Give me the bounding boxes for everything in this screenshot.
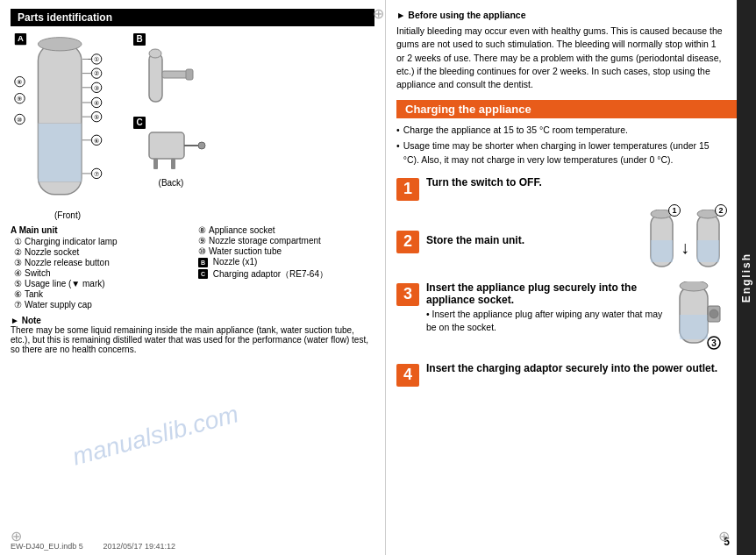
note-title: ► Note xyxy=(11,316,374,325)
svg-text:⑩: ⑩ xyxy=(17,117,22,123)
step-4-title: Insert the charging adaptor securely int… xyxy=(426,362,724,374)
arrow-icon: ↓ xyxy=(681,210,689,273)
step-4-number: 4 xyxy=(396,364,419,387)
svg-text:C: C xyxy=(136,117,142,127)
bottom-file-info: EW-DJ40_EU.indb 5 xyxy=(11,542,83,551)
part-item: ⑧Appliance socket xyxy=(195,225,370,235)
svg-rect-43 xyxy=(171,159,175,169)
svg-rect-42 xyxy=(153,159,158,169)
svg-text:⑤: ⑤ xyxy=(94,114,99,120)
svg-point-36 xyxy=(149,49,161,58)
step-3-title: Insert the appliance plug securely into … xyxy=(426,281,668,306)
part-item: ⑤Usage line (▼ mark) xyxy=(11,279,186,288)
step-1: 1 Turn the switch to OFF. xyxy=(396,176,745,201)
step-2-title: Store the main unit. xyxy=(426,234,639,246)
svg-text:②: ② xyxy=(94,70,99,76)
before-using-text: Initially bleeding may occur even with h… xyxy=(396,25,724,91)
parts-list-right: ⑧Appliance socket ⑨Nozzle storage compar… xyxy=(195,225,370,310)
before-using-section: ► Before using the appliance Initially b… xyxy=(396,9,745,91)
step-3-desc: • Insert the appliance plug after wiping… xyxy=(426,308,668,334)
part-item: ⑩Water suction tube xyxy=(195,246,370,256)
svg-point-53 xyxy=(680,281,708,291)
svg-text:⑨: ⑨ xyxy=(17,96,22,102)
step-2-content: Store the main unit. xyxy=(426,234,639,248)
note-section: ► Note There may be some liquid remainin… xyxy=(11,316,374,354)
step-3-content: Insert the appliance plug securely into … xyxy=(426,281,668,334)
part-item: ①Charging indicator lamp xyxy=(11,237,186,246)
charging-bullet-1: • Charge the appliance at 15 to 35 °C ro… xyxy=(396,124,724,138)
step-4-content: Insert the charging adaptor securely int… xyxy=(426,362,724,376)
svg-text:⑦: ⑦ xyxy=(94,171,99,177)
svg-text:①: ① xyxy=(94,56,99,62)
part-item: ⑨Nozzle storage compartment xyxy=(195,236,370,245)
page-bottom-info: EW-DJ40_EU.indb 5 2012/05/17 19:41:12 xyxy=(11,542,175,551)
front-device-svg: A — ① ② xyxy=(11,32,116,207)
top-crosshair-icon: ⊕ xyxy=(373,5,384,22)
svg-rect-41 xyxy=(149,132,184,159)
step-1-content: Turn the switch to OFF. xyxy=(426,176,724,190)
svg-text:B: B xyxy=(136,34,142,44)
step-2: 2 Store the main unit. 1 ↓ xyxy=(396,210,745,273)
items-bc: B C xyxy=(132,32,210,188)
charging-bullet-2: • Usage time may be shorter when chargin… xyxy=(396,139,724,167)
device-img-1: 1 xyxy=(646,210,677,273)
watermark: manualslib.com xyxy=(69,400,241,471)
charging-bullet-1-text: Charge the appliance at 15 to 35 °C room… xyxy=(403,124,628,138)
step-3-image: 3 xyxy=(675,281,724,353)
step-2-image: 1 ↓ 2 xyxy=(646,210,724,273)
page-container: ⊕ Parts identification A xyxy=(0,0,756,555)
left-column: Parts identification A — xyxy=(0,0,386,555)
svg-text:⑥: ⑥ xyxy=(94,138,99,144)
step-3-desc-text: • Insert the appliance plug after wiping… xyxy=(426,309,662,332)
svg-rect-51 xyxy=(697,240,719,262)
parts-list-left: A Main unit ①Charging indicator lamp ②No… xyxy=(11,225,186,310)
part-item: ②Nozzle socket xyxy=(11,247,186,257)
charging-bullets: • Charge the appliance at 15 to 35 °C ro… xyxy=(396,124,745,167)
svg-text:④: ④ xyxy=(94,100,99,106)
front-label: (Front) xyxy=(11,210,125,220)
part-item: ⑦Water supply cap xyxy=(11,300,186,310)
parts-list: A Main unit ①Charging indicator lamp ②No… xyxy=(11,225,374,310)
svg-text:⑧: ⑧ xyxy=(17,79,22,85)
svg-rect-48 xyxy=(651,240,673,262)
item-c: C xyxy=(132,115,210,172)
svg-point-3 xyxy=(38,38,82,51)
right-column: ► Before using the appliance Initially b… xyxy=(386,0,756,555)
svg-text:③: ③ xyxy=(94,85,99,91)
device-front: A — ① ② xyxy=(11,32,125,220)
part-item: ⑥Tank xyxy=(11,289,186,299)
device-img-2: 2 xyxy=(693,210,724,273)
bottom-date: 2012/05/17 19:41:12 xyxy=(103,542,175,551)
step-3-number: 3 xyxy=(396,283,419,306)
back-label: (Back) xyxy=(132,178,210,188)
svg-point-56 xyxy=(710,310,718,318)
svg-rect-37 xyxy=(162,71,189,78)
part-item: B Nozzle (x1) xyxy=(195,257,370,267)
back-device-svg: B xyxy=(132,32,210,110)
parts-diagram: A — ① ② xyxy=(11,32,374,220)
step-3: 3 Insert the appliance plug securely int… xyxy=(396,281,745,353)
svg-rect-38 xyxy=(186,69,193,80)
step-4: 4 Insert the charging adaptor securely i… xyxy=(396,362,745,387)
step-1-number: 1 xyxy=(396,178,419,201)
svg-rect-54 xyxy=(680,315,708,339)
step-1-title: Turn the switch to OFF. xyxy=(426,176,724,189)
svg-point-45 xyxy=(198,142,205,149)
bottom-right-crosshair-icon: ⊕ xyxy=(718,528,730,544)
before-using-title: ► Before using the appliance xyxy=(396,9,724,22)
item-b: B xyxy=(132,32,210,110)
part-item: ④Switch xyxy=(11,268,186,278)
store-image: 1 ↓ 2 xyxy=(646,210,724,273)
svg-text:A: A xyxy=(18,33,24,43)
svg-rect-35 xyxy=(149,53,162,102)
parts-identification-title: Parts identification xyxy=(11,9,374,26)
charging-bullet-2-text: Usage time may be shorter when charging … xyxy=(403,139,724,167)
part-item: ③Nozzle release button xyxy=(11,258,186,267)
step-2-number: 2 xyxy=(396,231,419,253)
english-label: English xyxy=(740,253,752,302)
adaptor-svg: C xyxy=(132,115,210,172)
english-language-tab: English xyxy=(737,0,756,555)
main-unit-label: A Main unit xyxy=(11,225,186,235)
charging-section-title: Charging the appliance xyxy=(396,100,745,118)
svg-text:3: 3 xyxy=(711,338,717,348)
